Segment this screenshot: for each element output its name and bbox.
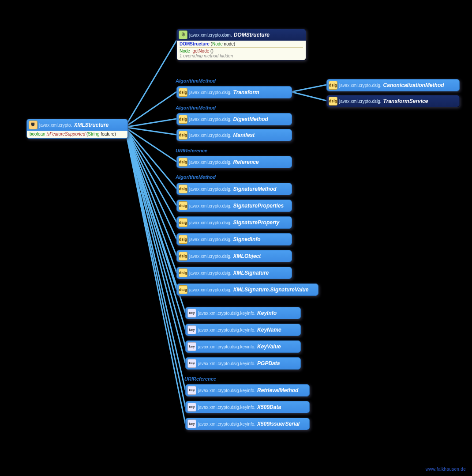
class-name: DOMStructure — [234, 32, 270, 38]
svg-line-19 — [291, 85, 326, 92]
dsig-icon: dsig — [329, 81, 337, 90]
dsig-icon: dsig — [179, 115, 187, 124]
class-xmlsignature[interactable]: dsig javax.xml.crypto.dsig.XMLSignature — [176, 267, 292, 279]
class-transform[interactable]: dsig javax.xml.crypto.dsig.Transform — [176, 86, 292, 98]
key-icon: key — [187, 359, 196, 368]
key-icon: key — [187, 403, 196, 412]
pkg-label: javax.xml.crypto. — [39, 123, 72, 128]
class-keyinfo[interactable]: key javax.xml.crypto.dsig.keyinfo.KeyInf… — [185, 307, 301, 319]
class-signedinfo[interactable]: dsig javax.xml.crypto.dsig.SignedInfo — [176, 233, 292, 246]
class-xmlstructure[interactable]: ⛊ javax.xml.crypto.XMLStructure boolean … — [26, 119, 128, 139]
svg-line-1 — [125, 92, 176, 127]
class-signatureproperties[interactable]: dsig javax.xml.crypto.dsig.SignatureProp… — [176, 200, 292, 212]
key-icon: key — [187, 309, 196, 317]
class-body: DOMStructure (Node node) Node getNode ()… — [177, 41, 306, 60]
dsig-icon: dsig — [179, 158, 187, 166]
svg-line-2 — [125, 119, 176, 127]
iface-label-urireference: URIReference — [176, 148, 207, 153]
watermark: www.falkhausen.de — [426, 467, 466, 472]
svg-line-5 — [125, 127, 176, 189]
class-signaturemethod[interactable]: dsig javax.xml.crypto.dsig.SignatureMeth… — [176, 183, 292, 195]
dsig-icon: dsig — [179, 218, 187, 227]
class-icon: ⛊ — [29, 121, 37, 129]
dsig-icon: dsig — [179, 185, 187, 193]
svg-line-8 — [125, 127, 176, 239]
svg-line-7 — [125, 127, 176, 222]
diagram-canvas: { "root": { "pkg": "javax.xml.crypto.", … — [0, 0, 472, 476]
dsig-icon: dsig — [179, 252, 187, 261]
iface-label-algorithmmethod: AlgorithmMethod — [176, 78, 216, 83]
iface-label-algorithmmethod: AlgorithmMethod — [176, 174, 216, 180]
class-x509data[interactable]: key javax.xml.crypto.dsig.keyinfo.X509Da… — [185, 401, 310, 413]
key-icon: key — [187, 419, 196, 428]
class-domstructure[interactable]: ☃ javax.xml.crypto.dom.DOMStructure DOMS… — [176, 29, 306, 60]
class-xmlobject[interactable]: dsig javax.xml.crypto.dsig.XMLObject — [176, 250, 292, 262]
svg-line-6 — [125, 127, 176, 205]
class-retrievalmethod[interactable]: key javax.xml.crypto.dsig.keyinfo.Retrie… — [185, 384, 310, 397]
class-reference[interactable]: dsig javax.xml.crypto.dsig.Reference — [176, 156, 292, 168]
dsig-icon: dsig — [179, 131, 187, 140]
dsig-icon: dsig — [179, 88, 187, 97]
pkg-label: javax.xml.crypto.dom. — [189, 33, 232, 38]
svg-line-20 — [291, 92, 326, 101]
dsig-icon: dsig — [179, 235, 187, 244]
svg-line-10 — [125, 127, 176, 272]
class-canonicalizationmethod[interactable]: dsig javax.xml.crypto.dsig.Canonicalizat… — [326, 79, 460, 91]
dsig-icon: dsig — [179, 285, 187, 294]
key-icon: key — [187, 386, 196, 395]
class-name: XMLStructure — [74, 122, 109, 128]
svg-line-0 — [125, 41, 176, 127]
class-digestmethod[interactable]: dsig javax.xml.crypto.dsig.DigestMethod — [176, 113, 292, 125]
class-pgpdata[interactable]: key javax.xml.crypto.dsig.keyinfo.PGPDat… — [185, 357, 301, 370]
iface-label-urireference: URIReference — [184, 376, 216, 382]
svg-line-4 — [125, 127, 176, 162]
dsig-icon: dsig — [179, 268, 187, 277]
class-body: boolean isFeatureSupported (String featu… — [27, 131, 127, 138]
iface-label-algorithmmethod: AlgorithmMethod — [176, 105, 216, 110]
class-manifest[interactable]: dsig javax.xml.crypto.dsig.Manifest — [176, 129, 292, 141]
key-icon: key — [187, 342, 196, 351]
class-xmlsignature-signaturevalue[interactable]: dsig javax.xml.crypto.dsig.XMLSignature.… — [176, 283, 318, 296]
key-icon: key — [187, 325, 196, 334]
dsig-icon: dsig — [179, 201, 187, 210]
class-signatureproperty[interactable]: dsig javax.xml.crypto.dsig.SignatureProp… — [176, 216, 292, 229]
svg-line-17 — [125, 127, 185, 407]
svg-line-3 — [125, 127, 176, 135]
svg-line-11 — [125, 127, 176, 289]
class-keyname[interactable]: key javax.xml.crypto.dsig.keyinfo.KeyNam… — [185, 324, 301, 336]
class-keyvalue[interactable]: key javax.xml.crypto.dsig.keyinfo.KeyVal… — [185, 340, 301, 353]
svg-line-9 — [125, 127, 176, 256]
class-transformservice[interactable]: dsig javax.xml.crypto.dsig.TransformServ… — [326, 95, 460, 107]
class-icon: ☃ — [179, 30, 187, 39]
dsig-icon: dsig — [329, 97, 337, 106]
class-x509issuerserial[interactable]: key javax.xml.crypto.dsig.keyinfo.X509Is… — [185, 418, 310, 430]
